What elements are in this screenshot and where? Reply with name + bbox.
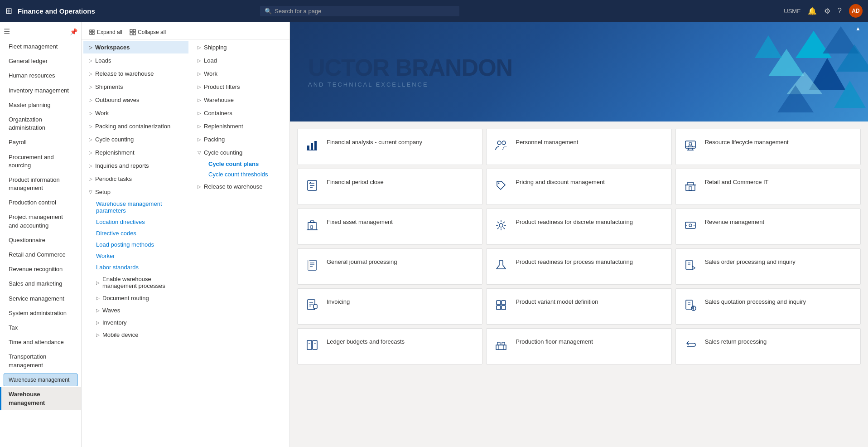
nav-subgroup-doc-routing[interactable]: ▷ Document routing [83, 292, 188, 304]
workspace-card-3[interactable]: Financial period close [297, 169, 482, 205]
sidebar-item-system-admin[interactable]: System administration [0, 306, 81, 321]
nav-right-cycle-count-thresholds[interactable]: Cycle count thresholds [192, 169, 279, 180]
nav-subgroup-mobile[interactable]: ▷ Mobile device [83, 329, 188, 341]
sidebar-item-production-control[interactable]: Production control [0, 195, 81, 210]
nav-group-packing[interactable]: ▷ Packing and containerization [83, 120, 188, 132]
nav-item-directive-codes[interactable]: Directive codes [83, 228, 188, 239]
svg-rect-7 [133, 33, 135, 35]
nav-item-worker[interactable]: Worker [83, 250, 188, 262]
hero-scroll-up[interactable]: ▲ [855, 25, 861, 32]
svg-point-21 [497, 141, 501, 145]
sidebar-item-org-admin[interactable]: Organization administration [0, 112, 81, 135]
workspace-card-8[interactable]: Revenue management [675, 209, 861, 245]
sidebar-item-general-ledger[interactable]: General ledger [0, 54, 81, 68]
sidebar-item-product-info[interactable]: Product information management [0, 173, 81, 195]
workspace-card-16[interactable]: Production floor management [486, 328, 671, 364]
nav-group-work[interactable]: ▷ Work [83, 107, 188, 119]
svg-point-29 [498, 183, 500, 184]
workspace-label: Product variant model definition [516, 298, 598, 306]
sidebar-item-retail[interactable]: Retail and Commerce [0, 248, 81, 262]
svg-rect-54 [502, 301, 506, 305]
sidebar-item-questionnaire[interactable]: Questionnaire [0, 233, 81, 248]
sidebar-item-time-attendance[interactable]: Time and attendance [0, 335, 81, 350]
nav-item-load-posting[interactable]: Load posting methods [83, 239, 188, 250]
nav-group-inquiries[interactable]: ▷ Inquiries and reports [83, 160, 188, 172]
sidebar-item-warehouse-active[interactable]: Warehouse management [0, 387, 81, 410]
nav-group-release-warehouse[interactable]: ▷ Release to warehouse [83, 68, 188, 80]
nav-subgroup-waves[interactable]: ▷ Waves [83, 304, 188, 316]
workspace-label: Product readiness for process manufactur… [516, 258, 633, 266]
sidebar-item-transport-mgmt[interactable]: Transportation management [0, 350, 81, 372]
hamburger-icon[interactable]: ☰ [4, 27, 10, 36]
workspace-card-12[interactable]: Invoicing [297, 288, 482, 325]
workspace-card-11[interactable]: Sales order processing and inquiry [675, 248, 861, 285]
nav-right-warehouse[interactable]: ▷ Warehouse [192, 94, 279, 106]
sidebar-top-bar: ☰ 📌 [0, 25, 81, 38]
nav-right-release-warehouse[interactable]: ▷ Release to warehouse [192, 180, 279, 193]
sidebar-item-human-resources[interactable]: Human resources [0, 68, 81, 83]
nav-item-wmp[interactable]: Warehouse management parameters [83, 198, 188, 216]
expand-all-button[interactable]: Expand all [89, 29, 122, 35]
sidebar-item-service-mgmt[interactable]: Service management [0, 292, 81, 306]
nav-group-shipments[interactable]: ▷ Shipments [83, 81, 188, 93]
nav-item-labor-standards[interactable]: Labor standards [83, 262, 188, 273]
nav-right-replenishment[interactable]: ▷ Replenishment [192, 120, 279, 132]
sidebar-item-inventory-management[interactable]: Inventory management [0, 83, 81, 98]
workspace-card-5[interactable]: Retail and Commerce IT [675, 169, 861, 205]
workspace-card-4[interactable]: Pricing and discount management [486, 169, 671, 205]
nav-right-work[interactable]: ▷ Work [192, 68, 279, 80]
nav-subgroup-inventory[interactable]: ▷ Inventory [83, 316, 188, 329]
workspace-card-15[interactable]: Ledger budgets and forecasts [297, 328, 482, 364]
sidebar-item-master-planning[interactable]: Master planning [0, 98, 81, 112]
nav-right-shipping[interactable]: ▷ Shipping [192, 41, 279, 53]
sidebar-item-tax[interactable]: Tax [0, 321, 81, 335]
sidebar-item-revenue-recognition[interactable]: Revenue recognition [0, 262, 81, 277]
help-icon[interactable]: ? [838, 7, 842, 15]
nav-group-outbound-waves[interactable]: ▷ Outbound waves [83, 94, 188, 106]
workspace-card-10[interactable]: Product readiness for process manufactur… [486, 248, 671, 285]
notification-icon[interactable]: 🔔 [808, 7, 817, 15]
collapse-all-button[interactable]: Collapse all [130, 29, 166, 35]
workspace-card-17[interactable]: Sales return processing [675, 328, 861, 364]
workspace-icon [683, 139, 698, 155]
nav-right-load[interactable]: ▷ Load [192, 54, 279, 67]
search-input[interactable] [275, 8, 455, 15]
pin-icon[interactable]: 📌 [70, 28, 77, 35]
hero-subtitle: AND TECHNICAL EXCELLENCE [308, 81, 512, 88]
nav-group-loads[interactable]: ▷ Loads [83, 54, 188, 67]
settings-icon[interactable]: ⚙ [824, 7, 830, 15]
grid-icon[interactable]: ⊞ [5, 6, 12, 16]
nav-group-replenishment[interactable]: ▷ Replenishment [83, 146, 188, 159]
nav-group-label: Periodic tasks [95, 175, 132, 182]
nav-group-label: Shipments [95, 83, 123, 90]
workspace-card-0[interactable]: Financial analysis - current company [297, 129, 482, 165]
svg-point-34 [499, 224, 503, 227]
nav-item-location-directives[interactable]: Location directives [83, 216, 188, 228]
nav-group-cycle-counting[interactable]: ▷ Cycle counting [83, 133, 188, 146]
nav-group-periodic-tasks[interactable]: ▷ Periodic tasks [83, 173, 188, 185]
workspace-card-6[interactable]: Fixed asset management [297, 209, 482, 245]
sidebar-item-warehouse-highlighted[interactable]: Warehouse management [4, 374, 77, 387]
user-avatar[interactable]: AD [849, 4, 863, 18]
sidebar-item-sales-marketing[interactable]: Sales and marketing [0, 277, 81, 291]
workspace-label: Personnel management [516, 138, 578, 146]
sidebar-item-fleet-management[interactable]: Fleet management [0, 39, 81, 54]
nav-group-label: Work [95, 110, 109, 117]
workspace-card-1[interactable]: Personnel management [486, 129, 671, 165]
workspace-card-2[interactable]: Resource lifecycle management [675, 129, 861, 165]
nav-group-workspaces[interactable]: ▷ Workspaces [83, 41, 188, 53]
workspace-card-13[interactable]: Product variant model definition [486, 288, 671, 325]
search-bar[interactable]: 🔍 [260, 6, 459, 16]
nav-right-cycle-count-plans[interactable]: Cycle count plans [192, 159, 279, 169]
workspace-card-14[interactable]: Sales quotation processing and inquiry [675, 288, 861, 325]
nav-right-product-filters[interactable]: ▷ Product filters [192, 81, 279, 93]
workspace-card-9[interactable]: General journal processing [297, 248, 482, 285]
nav-right-packing[interactable]: ▷ Packing [192, 133, 279, 146]
sidebar-item-project-mgmt[interactable]: Project management and accounting [0, 210, 81, 233]
nav-subgroup-enable[interactable]: ▷ Enable warehouse management processes [83, 273, 188, 292]
sidebar-item-procurement[interactable]: Procurement and sourcing [0, 150, 81, 173]
workspace-card-7[interactable]: Product readiness for discrete manufactu… [486, 209, 671, 245]
chevron-icon: ▷ [89, 45, 92, 50]
nav-right-containers[interactable]: ▷ Containers [192, 107, 279, 119]
sidebar-item-payroll[interactable]: Payroll [0, 135, 81, 150]
